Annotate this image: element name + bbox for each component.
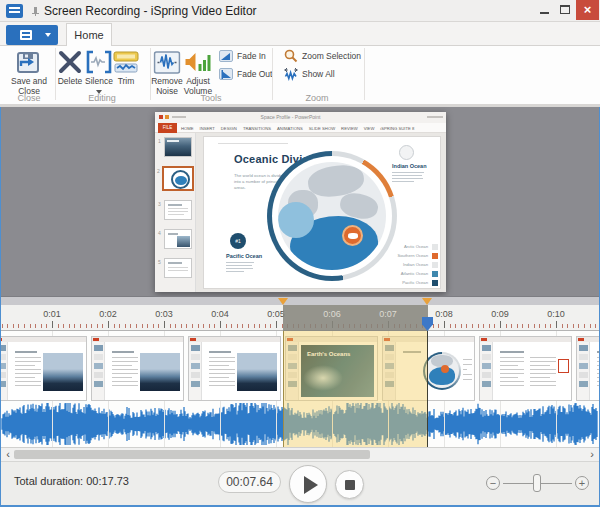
ruler-tick: [562, 324, 563, 328]
ppt-tab[interactable]: HOME: [181, 126, 194, 131]
slide-thumbnail-4[interactable]: 4: [164, 229, 192, 249]
ppt-tab[interactable]: ANIMATIONS: [277, 126, 303, 131]
ruler-time-label: 0:09: [491, 309, 509, 319]
selection-end-handle[interactable]: [422, 298, 432, 305]
ppt-tab[interactable]: VIEW: [364, 126, 375, 131]
ruler-tick: [186, 324, 187, 328]
ruler-tick: [7, 324, 8, 328]
ppt-title-bar: Space Profile - PowerPoint: [155, 112, 446, 123]
ruler-time-label: 0:02: [99, 309, 117, 319]
zoom-selection-button[interactable]: Zoom Selection: [284, 48, 362, 65]
ruler-tick: [522, 324, 523, 328]
slide-thumbnail-3[interactable]: 3: [164, 200, 192, 220]
film-thumbnail[interactable]: [188, 336, 281, 401]
film-thumbnail[interactable]: [91, 336, 184, 401]
ruler-tick: [164, 321, 165, 328]
ocean-legend: Arctic OceanSouthern OceanIndian OceanAt…: [388, 243, 438, 288]
legend-row: Indian Ocean: [388, 261, 438, 270]
minimize-button[interactable]: [534, 0, 555, 20]
ruler-tick: [259, 324, 260, 328]
ruler-tick: [41, 324, 42, 328]
playhead-line: [427, 331, 428, 447]
zoom-out-button[interactable]: −: [486, 476, 500, 490]
slide-thumbnail-2[interactable]: 2: [162, 166, 194, 191]
ruler-selection: [283, 305, 428, 331]
ruler-tick: [242, 324, 243, 328]
ppt-tab-file[interactable]: FILE: [158, 123, 177, 133]
legend-row: Southern Ocean: [388, 252, 438, 261]
film-thumbnail[interactable]: [479, 336, 572, 401]
powerpoint-window: Space Profile - PowerPoint FILE HOMEINSE…: [155, 112, 446, 292]
timeline-ruler[interactable]: 0:010:020:030:040:050:060:070:080:090:10: [0, 305, 600, 331]
app-menu-button[interactable]: [6, 25, 58, 45]
ruler-tick: [130, 324, 131, 328]
ruler-time-label: 0:06: [323, 309, 341, 319]
remove-noise-icon: [154, 50, 181, 75]
scroll-left-arrow-icon[interactable]: ‹: [2, 448, 14, 461]
ppt-tab[interactable]: SLIDE SHOW: [309, 126, 335, 131]
film-thumbnail[interactable]: [0, 336, 87, 401]
film-thumbnail[interactable]: [576, 336, 600, 401]
window-title: Screen Recording - iSpring Video Editor: [44, 4, 257, 18]
slide-thumbnail-1[interactable]: 1: [164, 137, 192, 157]
group-label-zoom: Zoom: [305, 93, 328, 103]
ruler-tick: [52, 321, 53, 328]
ppt-tab[interactable]: iSPRING SUITE 8: [380, 126, 414, 131]
zoom-in-button[interactable]: +: [575, 476, 589, 490]
ruler-tick: [534, 324, 535, 328]
ruler-tick: [175, 324, 176, 328]
ppt-tab[interactable]: TRANSITIONS: [243, 126, 271, 131]
quick-access-icon[interactable]: [32, 7, 39, 16]
ruler-tick: [220, 321, 221, 328]
app-icon: [6, 4, 23, 18]
ruler-tick: [198, 324, 199, 328]
ruler-tick: [590, 324, 591, 328]
legend-row: Atlantic Ocean: [388, 270, 438, 279]
ruler-tick: [2, 324, 3, 328]
app-menu-icon: [20, 30, 32, 40]
fade-in-icon: [219, 49, 233, 63]
ruler-tick: [472, 324, 473, 328]
ruler-tick: [494, 324, 495, 328]
ruler-tick: [125, 324, 126, 328]
ruler-tick: [556, 321, 557, 328]
timeline-selection[interactable]: [283, 331, 427, 447]
play-button[interactable]: [289, 465, 327, 503]
stop-button[interactable]: [335, 470, 364, 499]
close-button[interactable]: ×: [576, 0, 599, 20]
ruler-tick: [450, 324, 451, 328]
tab-home[interactable]: Home: [66, 23, 112, 46]
ruler-time-label: 0:10: [547, 309, 565, 319]
ruler-tick: [248, 324, 249, 328]
ruler-tick: [545, 324, 546, 328]
pacific-description: [226, 262, 256, 274]
current-time-display: 00:07.64: [218, 471, 281, 493]
ppt-tab[interactable]: INSERT: [200, 126, 215, 131]
title-bar: Screen Recording - iSpring Video Editor …: [0, 0, 600, 22]
ruler-tick: [192, 324, 193, 328]
scroll-right-arrow-icon[interactable]: ›: [586, 448, 598, 461]
slide-thumbnail-5[interactable]: 5: [164, 258, 192, 278]
stop-icon: [345, 480, 355, 490]
selection-start-handle[interactable]: [278, 298, 288, 305]
ppt-slide-panel: 1 2 3 4 5: [155, 133, 196, 292]
chevron-down-icon: [45, 33, 51, 40]
ruler-tick: [58, 324, 59, 328]
show-all-button[interactable]: Show All: [284, 66, 362, 83]
zoom-slider-thumb[interactable]: [533, 474, 541, 492]
timeline-tracks[interactable]: Earth's Oceans: [0, 331, 600, 447]
ruler-tick: [97, 324, 98, 328]
ppt-tab[interactable]: REVIEW: [341, 126, 358, 131]
ruler-tick: [153, 324, 154, 328]
ruler-tick: [511, 324, 512, 328]
ruler-time-label: 0:08: [435, 309, 453, 319]
ruler-tick: [35, 324, 36, 328]
ppt-tab[interactable]: DESIGN: [221, 126, 237, 131]
scrollbar-thumb[interactable]: [14, 450, 370, 459]
ruler-tick: [433, 324, 434, 328]
maximize-button[interactable]: [555, 0, 576, 20]
timeline-scrollbar[interactable]: ‹ ›: [0, 447, 600, 461]
ruler-tick: [74, 324, 75, 328]
ruler-tick: [136, 324, 137, 328]
ruler-tick: [226, 324, 227, 328]
